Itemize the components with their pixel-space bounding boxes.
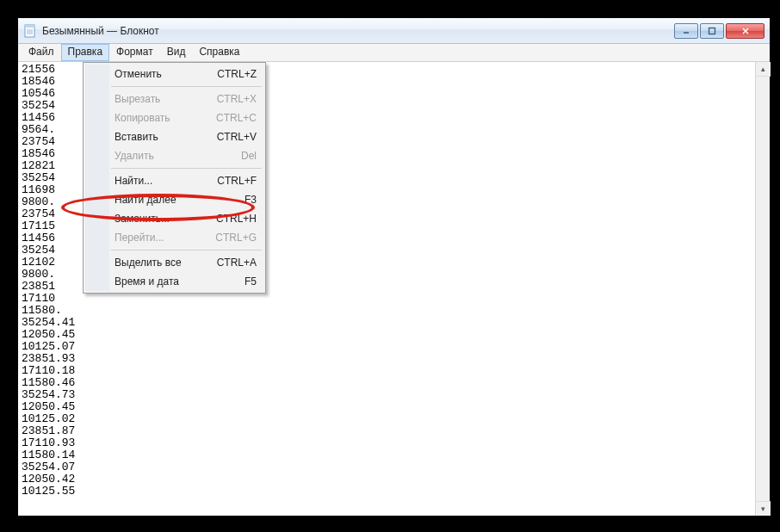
menu-bar: ФайлПравкаФорматВидСправка	[18, 44, 770, 62]
menu-item-shortcut: Del	[241, 150, 257, 162]
menu-item-label: Найти...	[115, 175, 152, 187]
menu-separator	[111, 86, 262, 87]
edit-menu-dropdown: ОтменитьCTRL+ZВырезатьCTRL+XКопироватьCT…	[83, 62, 266, 294]
svg-rect-6	[709, 28, 715, 34]
close-button[interactable]	[726, 23, 765, 39]
maximize-button[interactable]	[700, 23, 724, 39]
scroll-up-arrow[interactable]: ▴	[756, 62, 771, 77]
menu-item-удалить: УдалитьDel	[85, 146, 263, 165]
menu-item-shortcut: CTRL+X	[217, 93, 257, 105]
menu-item-label: Найти далее	[115, 194, 176, 206]
menu-separator	[111, 250, 262, 251]
menu-item-shortcut: F5	[245, 275, 257, 288]
menu-item-копировать: КопироватьCTRL+C	[85, 108, 263, 127]
menu-item-shortcut: CTRL+H	[216, 213, 257, 225]
menu-item-перейти: Перейти...CTRL+G	[85, 228, 263, 247]
vertical-scrollbar[interactable]: ▴ ▾	[755, 62, 770, 516]
menu-item-shortcut: CTRL+F	[217, 175, 257, 187]
menu-item-вырезать: ВырезатьCTRL+X	[85, 90, 263, 108]
menu-правка[interactable]: Правка	[61, 44, 110, 61]
menu-item-найти[interactable]: Найти...CTRL+F	[85, 171, 263, 190]
scroll-down-arrow[interactable]: ▾	[756, 501, 771, 516]
menu-файл[interactable]: Файл	[22, 44, 61, 61]
menu-item-shortcut: CTRL+C	[216, 112, 257, 124]
menu-item-время и дата[interactable]: Время и датаF5	[85, 272, 263, 291]
menu-item-выделить все[interactable]: Выделить всеCTRL+A	[85, 253, 263, 272]
window-frame: Безымянный — Блокнот ФайлПравкаФорматВид…	[17, 17, 771, 517]
menu-item-label: Заменить...	[115, 213, 170, 225]
notepad-icon	[23, 24, 37, 38]
svg-rect-1	[25, 25, 34, 28]
menu-item-отменить[interactable]: ОтменитьCTRL+Z	[85, 65, 263, 84]
menu-item-label: Удалить	[115, 150, 154, 162]
menu-item-shortcut: F3	[245, 194, 257, 206]
menu-item-label: Время и дата	[115, 275, 179, 288]
menu-item-shortcut: CTRL+G	[215, 232, 257, 244]
title-bar[interactable]: Безымянный — Блокнот	[18, 18, 770, 44]
window-title: Безымянный — Блокнот	[42, 25, 674, 37]
menu-item-shortcut: CTRL+A	[217, 257, 257, 269]
menu-item-shortcut: CTRL+V	[217, 131, 257, 143]
menu-item-label: Копировать	[115, 112, 170, 124]
menu-item-label: Отменить	[115, 68, 162, 80]
menu-item-вставить[interactable]: ВставитьCTRL+V	[85, 127, 263, 146]
menu-item-найти далее[interactable]: Найти далееF3	[85, 190, 263, 209]
window-controls	[674, 23, 765, 39]
menu-item-shortcut: CTRL+Z	[217, 68, 257, 80]
menu-item-label: Вырезать	[115, 93, 160, 105]
menu-item-заменить[interactable]: Заменить...CTRL+H	[85, 209, 263, 228]
menu-справка[interactable]: Справка	[192, 44, 246, 61]
menu-separator	[111, 168, 262, 169]
menu-item-label: Перейти...	[115, 232, 164, 244]
minimize-button[interactable]	[674, 23, 698, 39]
menu-формат[interactable]: Формат	[109, 44, 160, 61]
menu-item-label: Вставить	[115, 131, 158, 143]
menu-item-label: Выделить все	[115, 257, 182, 269]
menu-вид[interactable]: Вид	[160, 44, 193, 61]
